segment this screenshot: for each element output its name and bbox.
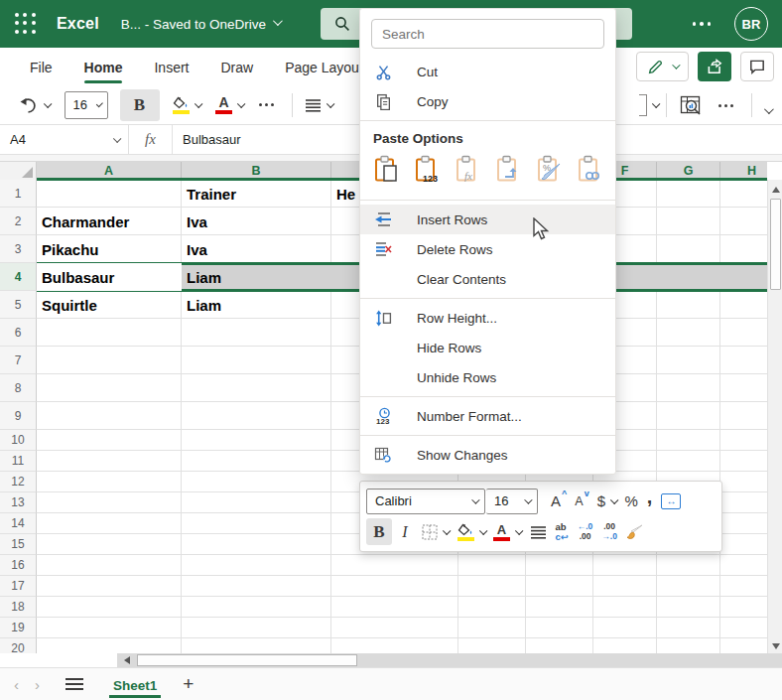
context-menu-search[interactable]: [371, 19, 604, 49]
find-button[interactable]: [674, 89, 708, 121]
increase-decimal-button[interactable]: .00→.0: [597, 518, 621, 545]
menu-item-clear-contents[interactable]: Clear Contents: [360, 264, 615, 294]
row-header-12[interactable]: 12: [0, 472, 37, 492]
tab-home[interactable]: Home: [68, 51, 139, 83]
mini-font-size-combo[interactable]: 16: [486, 489, 538, 514]
collapse-ribbon-icon[interactable]: [759, 94, 776, 126]
comma-format-button[interactable]: ,: [643, 488, 657, 514]
menu-item-unhide-rows[interactable]: Unhide Rows: [360, 362, 615, 392]
currency-format-button[interactable]: $: [593, 488, 620, 514]
cell-B5[interactable]: Liam: [182, 291, 331, 319]
avatar[interactable]: BR: [734, 7, 768, 41]
font-size-combo[interactable]: 16: [65, 91, 108, 119]
mini-fill-color-button[interactable]: [454, 518, 489, 545]
row-header-20[interactable]: 20: [0, 638, 37, 653]
editing-mode-button[interactable]: [636, 52, 689, 81]
add-sheet-button[interactable]: +: [171, 673, 205, 695]
number-format-dropdown-partial[interactable]: [637, 89, 660, 121]
mini-alignment-button[interactable]: [526, 518, 551, 545]
borders-button[interactable]: [418, 518, 453, 545]
menu-item-number-format[interactable]: 123Number Format...: [360, 401, 615, 431]
comments-button[interactable]: [740, 52, 774, 81]
search-input[interactable]: [382, 27, 593, 42]
mini-bold-button[interactable]: B: [366, 518, 392, 545]
row-header-5[interactable]: 5: [0, 291, 37, 319]
row-header-16[interactable]: 16: [0, 555, 37, 576]
cell-B2[interactable]: Iva: [182, 208, 331, 235]
paste-transpose-button[interactable]: [494, 156, 524, 188]
decrease-decimal-button[interactable]: ←.0.00: [574, 518, 597, 545]
next-sheet-icon[interactable]: ›: [27, 676, 48, 693]
paste-formulas-button[interactable]: fx: [454, 156, 483, 188]
row-header-3[interactable]: 3: [0, 235, 37, 263]
shrink-font-button[interactable]: Av: [571, 488, 591, 514]
row-header-1[interactable]: 1: [0, 180, 37, 208]
paste-button[interactable]: [372, 156, 402, 188]
menu-item-show-changes[interactable]: Show Changes: [360, 440, 615, 470]
toolbar-more-formatting-icon[interactable]: [248, 89, 285, 121]
insert-function-button[interactable]: fx: [129, 125, 173, 154]
row-header-2[interactable]: 2: [0, 208, 37, 235]
select-all-corner[interactable]: [0, 162, 37, 180]
menu-item-cut[interactable]: Cut: [360, 57, 615, 86]
row-header-11[interactable]: 11: [0, 451, 37, 472]
bold-button[interactable]: B: [120, 89, 160, 121]
cell-B4[interactable]: Liam: [182, 263, 331, 291]
scroll-up-icon[interactable]: [768, 182, 782, 197]
menu-item-delete-rows[interactable]: Delete Rows: [360, 234, 615, 264]
paste-link-button[interactable]: [576, 156, 605, 188]
undo-button[interactable]: [14, 89, 55, 121]
row-header-9[interactable]: 9: [0, 402, 37, 430]
row-header-19[interactable]: 19: [0, 618, 37, 638]
font-color-button[interactable]: A: [210, 89, 248, 121]
name-box[interactable]: A4: [0, 125, 129, 154]
cell-A3[interactable]: Pikachu: [37, 235, 182, 263]
menu-item-hide-rows[interactable]: Hide Rows: [360, 333, 615, 362]
app-launcher-waffle-icon[interactable]: [15, 13, 37, 35]
toolbar-overflow-icon[interactable]: [708, 89, 744, 121]
wrap-text-button[interactable]: abc↩: [552, 518, 573, 545]
paste-values-button[interactable]: 123: [413, 156, 443, 188]
cell-B3[interactable]: Iva: [182, 235, 331, 263]
tab-insert[interactable]: Insert: [138, 51, 204, 83]
tab-draw[interactable]: Draw: [204, 51, 269, 83]
row-header-15[interactable]: 15: [0, 534, 37, 555]
scroll-down-icon[interactable]: [768, 638, 782, 653]
mini-font-color-button[interactable]: A: [489, 518, 525, 545]
titlebar-more-icon[interactable]: [687, 16, 717, 32]
share-button[interactable]: [698, 52, 731, 81]
row-header-4[interactable]: 4: [0, 263, 37, 291]
row-header-7[interactable]: 7: [0, 347, 37, 374]
alignment-button[interactable]: [300, 89, 337, 121]
cell-A2[interactable]: Charmander: [37, 208, 182, 235]
cell-A5[interactable]: Squirtle: [37, 291, 182, 319]
prev-sheet-icon[interactable]: ‹: [6, 676, 27, 693]
all-sheets-menu-icon[interactable]: [65, 678, 83, 690]
menu-item-copy[interactable]: Copy: [360, 86, 615, 116]
menu-item-row-height[interactable]: Row Height...: [360, 303, 615, 333]
row-header-18[interactable]: 18: [0, 597, 37, 618]
horizontal-scrollbar[interactable]: [117, 653, 782, 667]
grow-font-button[interactable]: A^: [547, 488, 570, 514]
row-header-17[interactable]: 17: [0, 576, 37, 597]
mini-italic-button[interactable]: I: [393, 518, 417, 545]
row-header-10[interactable]: 10: [0, 430, 37, 451]
paste-formatting-button[interactable]: %: [535, 156, 565, 188]
document-title[interactable]: B... - Saved to OneDrive: [121, 17, 280, 32]
row-header-14[interactable]: 14: [0, 513, 37, 534]
row-header-6[interactable]: 6: [0, 319, 37, 347]
vertical-scroll-thumb[interactable]: [770, 199, 781, 290]
menu-item-insert-rows[interactable]: Insert Rows: [360, 205, 615, 234]
fill-color-button[interactable]: [168, 89, 205, 121]
row-header-8[interactable]: 8: [0, 374, 37, 402]
vertical-scrollbar[interactable]: [767, 180, 782, 653]
sheet-tab-sheet1[interactable]: Sheet1: [99, 670, 171, 699]
cell-B1[interactable]: Trainer: [182, 180, 331, 208]
mini-font-name-combo[interactable]: Calibri: [366, 489, 485, 514]
scroll-left-icon[interactable]: [119, 653, 135, 667]
tab-file[interactable]: File: [14, 51, 68, 83]
cell-A4[interactable]: Bulbasaur: [37, 263, 182, 291]
row-header-13[interactable]: 13: [0, 492, 37, 513]
format-painter-button[interactable]: [622, 518, 648, 545]
percent-format-button[interactable]: %: [620, 488, 641, 514]
